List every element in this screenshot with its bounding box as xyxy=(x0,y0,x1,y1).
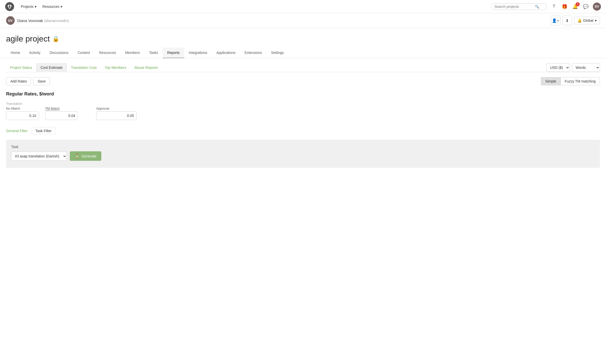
general-filter-tab[interactable]: General Filter xyxy=(6,127,28,134)
task-filter-tab[interactable]: Task Filter xyxy=(32,127,55,135)
sub-tab-top-members[interactable]: Top Members xyxy=(101,64,130,72)
search-icon: 🔍 xyxy=(535,5,539,9)
approval-input[interactable] xyxy=(96,111,137,120)
tab-reports[interactable]: Reports xyxy=(163,48,184,58)
user-handle: (dianacrowdin) xyxy=(44,18,69,23)
project-title-area: agile project 🔒 xyxy=(0,28,606,48)
chat-icon[interactable]: 💬 xyxy=(582,3,589,10)
add-member-button[interactable]: 👤+ xyxy=(551,16,560,25)
filter-tabs: General Filter Task Filter xyxy=(6,127,600,135)
user-name: Diana Voroniak (dianacrowdin) xyxy=(17,18,69,23)
page-content: Project Status Cost Estimate Translation… xyxy=(0,58,606,173)
help-icon[interactable]: ? xyxy=(550,3,557,10)
sub-tab-translation-cost[interactable]: Translation Cost xyxy=(67,64,100,72)
sub-tab-abuse-reports[interactable]: Abuse Reports xyxy=(130,64,162,72)
add-rates-button[interactable]: Add Rates xyxy=(6,77,31,85)
notifications-icon[interactable]: 🔔 1 xyxy=(572,3,579,10)
tab-content[interactable]: Content xyxy=(73,48,94,58)
tm-match-group: TM Match xyxy=(45,107,78,120)
approval-group: Approval xyxy=(96,107,137,120)
global-button[interactable]: 🔔 Global ▾ xyxy=(574,17,600,24)
tab-home[interactable]: Home xyxy=(6,48,25,58)
tab-members[interactable]: Members xyxy=(120,48,144,58)
download-button[interactable]: ⬇ xyxy=(562,16,572,25)
nav-links: Projects ▾ Resources ▾ xyxy=(18,3,65,10)
tab-discussions[interactable]: Discussions xyxy=(45,48,73,58)
task-section: Task #3 asap translation (Danish) #1 tra… xyxy=(6,140,600,168)
notification-badge: 1 xyxy=(576,2,580,6)
task-select[interactable]: #3 asap translation (Danish) #1 translat… xyxy=(11,152,67,161)
logo[interactable] xyxy=(5,2,14,11)
lock-icon: 🔒 xyxy=(52,36,59,42)
translation-header: Translation xyxy=(6,102,600,106)
project-title: agile project 🔒 xyxy=(6,34,600,44)
tab-integrations[interactable]: Integrations xyxy=(184,48,212,58)
action-bar-left: Add Rates Save xyxy=(6,77,50,85)
gift-icon[interactable]: 🎁 xyxy=(561,3,568,10)
search-input[interactable] xyxy=(494,5,535,9)
sub-tab-project-status[interactable]: Project Status xyxy=(6,64,36,72)
user-avatar: DV xyxy=(6,16,15,25)
rates-block: Regular Rates, $/word Translation No Mat… xyxy=(6,91,600,120)
no-match-group: No Match xyxy=(6,107,39,120)
sub-tab-cost-estimate[interactable]: Cost Estimate xyxy=(36,63,67,72)
sub-tabs-right: USD ($) EUR (€) GBP (£) Words Characters xyxy=(546,63,600,72)
tab-resources[interactable]: Resources xyxy=(94,48,120,58)
approval-label: Approval xyxy=(96,107,137,110)
hourglass-icon: ⏳ xyxy=(75,154,80,158)
tab-extensions[interactable]: Extensions xyxy=(240,48,266,58)
action-bar: Add Rates Save Simple Fuzzy TM matching xyxy=(6,77,600,85)
words-select[interactable]: Words Characters xyxy=(572,63,600,72)
user-avatar-nav[interactable]: DV xyxy=(593,3,601,11)
no-match-input[interactable] xyxy=(6,111,39,120)
tm-match-input[interactable] xyxy=(45,111,78,120)
simple-toggle[interactable]: Simple xyxy=(541,77,560,85)
tab-activity[interactable]: Activity xyxy=(25,48,45,58)
fuzzy-tm-toggle[interactable]: Fuzzy TM matching xyxy=(560,77,600,85)
user-info: DV Diana Voroniak (dianacrowdin) xyxy=(6,16,69,25)
action-bar-right: Simple Fuzzy TM matching xyxy=(541,77,600,85)
tab-settings[interactable]: Settings xyxy=(267,48,289,58)
nav-resources[interactable]: Resources ▾ xyxy=(40,3,65,10)
generate-button[interactable]: ⏳ Generate xyxy=(70,151,101,161)
section-title: Regular Rates, $/word xyxy=(6,91,600,97)
rates-row: No Match TM Match Approval xyxy=(6,107,600,120)
chevron-down-icon: ▾ xyxy=(60,5,62,9)
no-match-label: No Match xyxy=(6,107,39,110)
bell-icon: 🔔 xyxy=(577,18,582,23)
tm-match-label: TM Match xyxy=(45,107,78,110)
save-button[interactable]: Save xyxy=(33,77,50,85)
chevron-down-icon: ▾ xyxy=(595,18,597,23)
tab-tasks[interactable]: Tasks xyxy=(145,48,163,58)
main-tabs: Home Activity Discussions Content Resour… xyxy=(0,48,606,58)
task-label: Task xyxy=(11,145,595,149)
nav-icons: ? 🎁 🔔 1 💬 DV xyxy=(550,3,601,11)
sub-tabs: Project Status Cost Estimate Translation… xyxy=(6,63,600,72)
user-bar: DV Diana Voroniak (dianacrowdin) 👤+ ⬇ 🔔 … xyxy=(0,13,606,28)
sub-tabs-left: Project Status Cost Estimate Translation… xyxy=(6,63,546,72)
task-row: #3 asap translation (Danish) #1 translat… xyxy=(11,151,595,161)
chevron-down-icon: ▾ xyxy=(35,5,36,9)
user-actions: 👤+ ⬇ 🔔 Global ▾ xyxy=(551,16,600,25)
currency-select[interactable]: USD ($) EUR (€) GBP (£) xyxy=(546,63,570,72)
nav-projects[interactable]: Projects ▾ xyxy=(18,3,39,10)
search-bar: 🔍 xyxy=(491,3,547,10)
tab-applications[interactable]: Applications xyxy=(212,48,240,58)
top-nav: Projects ▾ Resources ▾ 🔍 ? 🎁 🔔 1 💬 DV xyxy=(0,0,606,13)
